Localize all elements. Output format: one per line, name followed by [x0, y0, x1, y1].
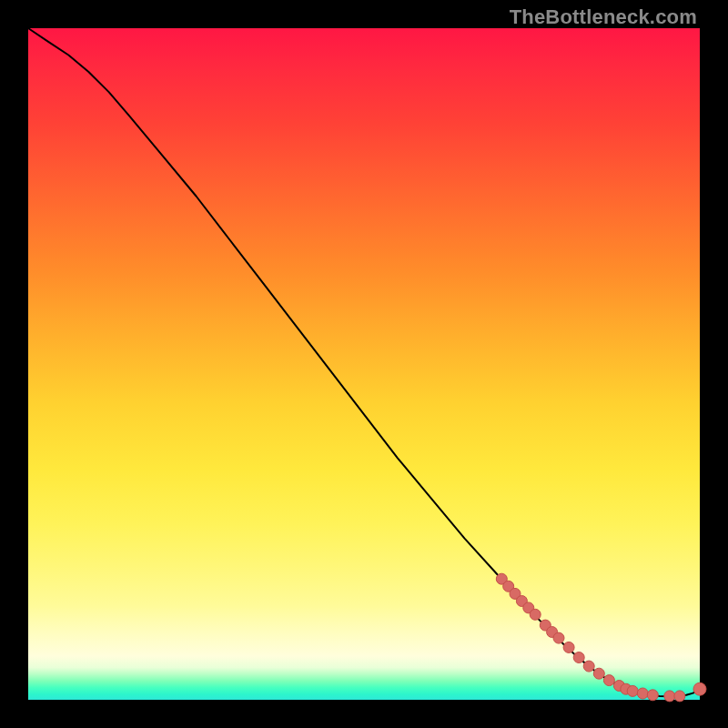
data-point [637, 688, 648, 699]
chart-frame: TheBottleneck.com [0, 0, 728, 728]
chart-overlay [28, 28, 700, 700]
data-point [627, 685, 638, 696]
watermark-text: TheBottleneck.com [510, 5, 697, 29]
data-point [573, 652, 584, 663]
data-point [664, 691, 675, 702]
data-point [603, 675, 614, 686]
data-point [647, 690, 658, 701]
data-point [563, 642, 574, 652]
data-point [693, 682, 706, 695]
data-points-group [496, 573, 706, 702]
data-point [530, 609, 541, 620]
data-point [674, 691, 685, 702]
data-point [583, 661, 594, 672]
data-point [593, 668, 604, 679]
data-point [553, 632, 564, 643]
bottleneck-curve [28, 28, 700, 696]
